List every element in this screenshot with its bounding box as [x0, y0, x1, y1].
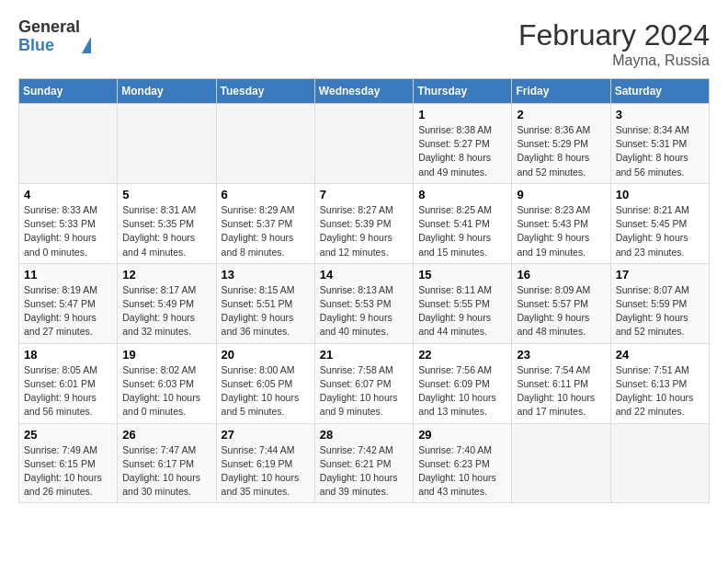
day-info: Sunrise: 7:42 AMSunset: 6:21 PMDaylight:…	[320, 443, 408, 500]
day-info: Sunrise: 8:38 AMSunset: 5:27 PMDaylight:…	[418, 123, 506, 179]
day-number: 12	[122, 268, 210, 282]
day-info: Sunrise: 7:54 AMSunset: 6:11 PMDaylight:…	[517, 363, 605, 419]
day-info: Sunrise: 8:09 AMSunset: 5:57 PMDaylight:…	[517, 283, 605, 339]
page-header: General Blue February 2024 Mayna, Russia	[18, 18, 710, 69]
calendar-cell: 17Sunrise: 8:07 AMSunset: 5:59 PMDayligh…	[610, 263, 709, 343]
logo-line1: General	[18, 18, 80, 37]
day-number: 16	[517, 268, 605, 282]
calendar-cell: 3Sunrise: 8:34 AMSunset: 5:31 PMDaylight…	[610, 104, 709, 184]
weekday-header-monday: Monday	[118, 79, 216, 104]
calendar-cell: 20Sunrise: 8:00 AMSunset: 6:05 PMDayligh…	[216, 343, 314, 423]
day-info: Sunrise: 8:05 AMSunset: 6:01 PMDaylight:…	[24, 363, 112, 419]
calendar-cell: 1Sunrise: 8:38 AMSunset: 5:27 PMDaylight…	[414, 104, 512, 184]
day-number: 26	[122, 428, 210, 442]
day-info: Sunrise: 8:21 AMSunset: 5:45 PMDaylight:…	[616, 203, 704, 259]
weekday-header-sunday: Sunday	[19, 79, 118, 104]
day-number: 5	[122, 188, 210, 201]
day-info: Sunrise: 7:58 AMSunset: 6:07 PMDaylight:…	[320, 363, 408, 419]
day-info: Sunrise: 8:33 AMSunset: 5:33 PMDaylight:…	[24, 203, 112, 259]
calendar-cell: 2Sunrise: 8:36 AMSunset: 5:29 PMDaylight…	[512, 104, 610, 184]
day-number: 1	[418, 108, 506, 121]
calendar-cell: 23Sunrise: 7:54 AMSunset: 6:11 PMDayligh…	[512, 343, 610, 423]
calendar-week-row: 1Sunrise: 8:38 AMSunset: 5:27 PMDaylight…	[19, 104, 710, 184]
weekday-header-thursday: Thursday	[414, 79, 512, 104]
calendar-cell	[19, 104, 118, 184]
weekday-header-friday: Friday	[512, 79, 610, 104]
calendar-cell: 22Sunrise: 7:56 AMSunset: 6:09 PMDayligh…	[414, 343, 512, 423]
calendar-cell: 7Sunrise: 8:27 AMSunset: 5:39 PMDaylight…	[314, 183, 413, 263]
calendar-cell: 29Sunrise: 7:40 AMSunset: 6:23 PMDayligh…	[414, 423, 512, 503]
day-number: 21	[320, 348, 408, 362]
calendar-cell: 18Sunrise: 8:05 AMSunset: 6:01 PMDayligh…	[19, 343, 118, 423]
day-info: Sunrise: 8:00 AMSunset: 6:05 PMDaylight:…	[222, 363, 310, 419]
calendar-body: 1Sunrise: 8:38 AMSunset: 5:27 PMDaylight…	[19, 104, 710, 503]
calendar-cell: 5Sunrise: 8:31 AMSunset: 5:35 PMDaylight…	[118, 183, 216, 263]
day-number: 27	[222, 428, 310, 442]
calendar-cell: 27Sunrise: 7:44 AMSunset: 6:19 PMDayligh…	[216, 423, 314, 503]
calendar-cell: 6Sunrise: 8:29 AMSunset: 5:37 PMDaylight…	[216, 183, 314, 263]
day-number: 13	[222, 268, 310, 282]
calendar-cell: 16Sunrise: 8:09 AMSunset: 5:57 PMDayligh…	[512, 263, 610, 343]
weekday-header-row: SundayMondayTuesdayWednesdayThursdayFrid…	[19, 79, 710, 104]
calendar-cell: 11Sunrise: 8:19 AMSunset: 5:47 PMDayligh…	[19, 263, 118, 343]
day-info: Sunrise: 8:27 AMSunset: 5:39 PMDaylight:…	[320, 203, 408, 259]
day-number: 17	[616, 268, 704, 282]
day-info: Sunrise: 8:23 AMSunset: 5:43 PMDaylight:…	[517, 203, 605, 259]
day-number: 15	[418, 268, 506, 282]
day-info: Sunrise: 8:13 AMSunset: 5:53 PMDaylight:…	[320, 283, 408, 339]
day-number: 20	[222, 348, 310, 362]
day-number: 3	[616, 108, 704, 121]
calendar-title: February 2024	[518, 18, 710, 52]
calendar-cell: 13Sunrise: 8:15 AMSunset: 5:51 PMDayligh…	[216, 263, 314, 343]
calendar-week-row: 11Sunrise: 8:19 AMSunset: 5:47 PMDayligh…	[19, 263, 710, 343]
day-number: 2	[517, 108, 605, 121]
calendar-week-row: 4Sunrise: 8:33 AMSunset: 5:33 PMDaylight…	[19, 183, 710, 263]
day-info: Sunrise: 7:47 AMSunset: 6:17 PMDaylight:…	[122, 443, 210, 500]
calendar-cell	[314, 104, 413, 184]
day-info: Sunrise: 7:49 AMSunset: 6:15 PMDaylight:…	[24, 443, 112, 500]
day-info: Sunrise: 7:51 AMSunset: 6:13 PMDaylight:…	[616, 363, 704, 419]
calendar-subtitle: Mayna, Russia	[518, 52, 710, 69]
day-info: Sunrise: 7:56 AMSunset: 6:09 PMDaylight:…	[418, 363, 506, 419]
calendar-cell: 25Sunrise: 7:49 AMSunset: 6:15 PMDayligh…	[19, 423, 118, 503]
day-number: 9	[517, 188, 605, 201]
calendar-cell: 4Sunrise: 8:33 AMSunset: 5:33 PMDaylight…	[19, 183, 118, 263]
day-number: 24	[616, 348, 704, 362]
day-number: 23	[517, 348, 605, 362]
logo: General Blue	[18, 18, 91, 55]
calendar-week-row: 18Sunrise: 8:05 AMSunset: 6:01 PMDayligh…	[19, 343, 710, 423]
day-number: 19	[122, 348, 210, 362]
calendar-cell: 19Sunrise: 8:02 AMSunset: 6:03 PMDayligh…	[118, 343, 216, 423]
day-number: 4	[24, 188, 112, 201]
logo-line2: Blue	[18, 37, 80, 55]
day-info: Sunrise: 8:34 AMSunset: 5:31 PMDaylight:…	[616, 123, 704, 179]
calendar-cell: 15Sunrise: 8:11 AMSunset: 5:55 PMDayligh…	[414, 263, 512, 343]
logo-triangle-icon	[82, 37, 91, 53]
calendar-cell: 10Sunrise: 8:21 AMSunset: 5:45 PMDayligh…	[610, 183, 709, 263]
day-number: 22	[418, 348, 506, 362]
day-info: Sunrise: 8:19 AMSunset: 5:47 PMDaylight:…	[24, 283, 112, 339]
day-number: 18	[24, 348, 112, 362]
day-number: 28	[320, 428, 408, 442]
calendar-cell: 21Sunrise: 7:58 AMSunset: 6:07 PMDayligh…	[314, 343, 413, 423]
day-number: 10	[616, 188, 704, 201]
calendar-cell	[216, 104, 314, 184]
weekday-header-wednesday: Wednesday	[314, 79, 413, 104]
day-info: Sunrise: 8:17 AMSunset: 5:49 PMDaylight:…	[122, 283, 210, 339]
day-info: Sunrise: 8:11 AMSunset: 5:55 PMDaylight:…	[418, 283, 506, 339]
calendar-week-row: 25Sunrise: 7:49 AMSunset: 6:15 PMDayligh…	[19, 423, 710, 503]
calendar-cell: 14Sunrise: 8:13 AMSunset: 5:53 PMDayligh…	[314, 263, 413, 343]
day-info: Sunrise: 7:44 AMSunset: 6:19 PMDaylight:…	[222, 443, 310, 500]
day-number: 8	[418, 188, 506, 201]
calendar-cell	[512, 423, 610, 503]
day-info: Sunrise: 8:31 AMSunset: 5:35 PMDaylight:…	[122, 203, 210, 259]
calendar-cell: 8Sunrise: 8:25 AMSunset: 5:41 PMDaylight…	[414, 183, 512, 263]
day-info: Sunrise: 8:02 AMSunset: 6:03 PMDaylight:…	[122, 363, 210, 419]
day-info: Sunrise: 8:07 AMSunset: 5:59 PMDaylight:…	[616, 283, 704, 339]
day-number: 29	[418, 428, 506, 442]
day-number: 6	[222, 188, 310, 201]
title-block: February 2024 Mayna, Russia	[518, 18, 710, 69]
day-number: 7	[320, 188, 408, 201]
calendar-cell: 12Sunrise: 8:17 AMSunset: 5:49 PMDayligh…	[118, 263, 216, 343]
day-info: Sunrise: 8:29 AMSunset: 5:37 PMDaylight:…	[222, 203, 310, 259]
